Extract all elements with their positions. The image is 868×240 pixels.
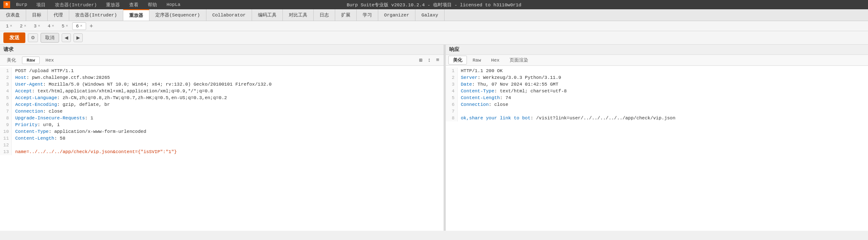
nav-tab-compare[interactable]: 对比工具: [283, 9, 314, 21]
code-line: 6Accept-Encoding: gzip, deflate, br: [0, 101, 444, 108]
response-tab-beautify[interactable]: 美化: [448, 56, 467, 65]
line-content: Connection: close: [12, 108, 66, 115]
subtabs-bar: 1 × 2 × 3 × 4 × 5 × 6 × +: [0, 21, 868, 31]
nav-tab-logger[interactable]: 日志: [314, 9, 335, 21]
line-content: Content-Type: application/x-www-form-url…: [12, 128, 149, 135]
nav-tab-organizer[interactable]: Organizer: [378, 9, 415, 21]
subtab-6[interactable]: 6 ×: [72, 22, 86, 30]
prev-button[interactable]: ◀: [62, 33, 71, 42]
code-line: 13name=../../../../app/check/vip.json&co…: [0, 148, 444, 155]
menu-help[interactable]: 帮助: [144, 1, 160, 9]
response-panel-header: 响应: [446, 45, 868, 55]
menu-view[interactable]: 查看: [126, 1, 142, 9]
nav-tab-proxy[interactable]: 代理: [48, 9, 69, 21]
response-title: 响应: [449, 46, 459, 53]
code-line: 6Connection: close: [446, 101, 868, 108]
line-number: 5: [0, 94, 12, 101]
close-tab-1-icon[interactable]: ×: [10, 24, 12, 28]
line-content: Accept: text/html,application/xhtml+xml,…: [12, 88, 217, 94]
line-number: 10: [0, 128, 12, 135]
line-number: 1: [446, 67, 458, 74]
nav-tab-learn[interactable]: 学习: [357, 9, 378, 21]
line-content: HTTP/1.1 200 OK: [458, 67, 506, 74]
nav-tabs-bar: 仪表盘 目标 代理 攻击器(Intruder) 重放器 定序器(Sequence…: [0, 9, 868, 21]
nav-tab-encoder[interactable]: 编码工具: [252, 9, 283, 21]
line-content: Date: Thu, 07 Nov 2024 01:42:55 GMT: [458, 81, 562, 88]
response-code-area[interactable]: 1HTTP/1.1 200 OK2Server: Werkzeug/3.0.3 …: [446, 66, 868, 231]
request-code-area[interactable]: 1POST /upload HTTP/1.12Host: pwn.challen…: [0, 66, 444, 231]
send-button[interactable]: 发送: [3, 32, 25, 43]
nav-tab-collaborator[interactable]: Collaborator: [206, 9, 252, 21]
request-tab-hex[interactable]: Hex: [41, 57, 58, 64]
line-content: Content-Type: text/html; charset=utf-8: [458, 88, 570, 94]
code-line: 4Accept: text/html,application/xhtml+xml…: [0, 88, 444, 94]
line-content: Content-Length: 58: [12, 135, 69, 142]
request-title: 请求: [3, 46, 14, 53]
request-tab-raw[interactable]: Raw: [22, 57, 40, 64]
response-tab-raw[interactable]: Raw: [469, 57, 486, 64]
response-tab-render[interactable]: 页面渲染: [505, 56, 532, 64]
line-content: Accept-Encoding: gzip, deflate, br: [12, 101, 113, 108]
subtab-1[interactable]: 1 ×: [3, 23, 16, 30]
menu-burp[interactable]: Burp: [13, 1, 30, 8]
menu-project[interactable]: 项目: [33, 1, 49, 9]
request-wrap-icon[interactable]: ≡: [434, 56, 441, 64]
line-number: 3: [446, 81, 458, 88]
line-content: Content-Length: 74: [458, 94, 515, 101]
menu-hopla[interactable]: HopLa: [163, 1, 184, 8]
request-pretty-icon[interactable]: ⊞: [418, 56, 424, 65]
line-content: Connection: close: [458, 101, 512, 108]
burp-logo: B: [3, 1, 10, 8]
subtab-5[interactable]: 5 ×: [58, 23, 71, 30]
line-number: 2: [446, 74, 458, 81]
line-number: 7: [446, 108, 458, 115]
titlebar-left: B Burp 项目 攻击器(Intruder) 重放器 查看 帮助 HopLa: [3, 1, 184, 9]
toolbar: 发送 ⚙ 取消 ◀ ▶: [0, 31, 868, 45]
code-line: 7: [446, 108, 868, 115]
close-tab-6-icon[interactable]: ×: [80, 24, 82, 28]
titlebar: B Burp 项目 攻击器(Intruder) 重放器 查看 帮助 HopLa …: [0, 0, 868, 9]
nav-tab-repeater[interactable]: 重放器: [123, 9, 149, 21]
code-line: 2Server: Werkzeug/3.0.3 Python/3.11.9: [446, 74, 868, 81]
line-content: Accept-Language: zh-CN,zh;q=0.8,zh-TW;q=…: [12, 94, 231, 101]
nav-tab-target[interactable]: 目标: [26, 9, 48, 21]
code-line: 10Content-Type: application/x-www-form-u…: [0, 128, 444, 135]
line-number: 13: [0, 148, 12, 155]
menu-intruder[interactable]: 攻击器(Intruder): [52, 1, 100, 9]
cancel-button[interactable]: 取消: [41, 33, 59, 43]
code-line: 2Host: pwn.challenge.ctf.show:28265: [0, 74, 444, 81]
line-number: 3: [0, 81, 12, 88]
next-button[interactable]: ▶: [73, 33, 83, 42]
close-tab-4-icon[interactable]: ×: [52, 24, 54, 28]
close-tab-3-icon[interactable]: ×: [38, 24, 40, 28]
line-number: 8: [0, 115, 12, 121]
nav-tab-extensions[interactable]: 扩展: [335, 9, 357, 21]
subtab-2[interactable]: 2 ×: [16, 23, 30, 30]
add-tab-button[interactable]: +: [87, 22, 95, 30]
request-ln-icon[interactable]: ↕: [426, 56, 433, 64]
close-tab-5-icon[interactable]: ×: [66, 24, 68, 28]
line-number: 8: [446, 115, 458, 121]
nav-tab-dashboard[interactable]: 仪表盘: [0, 9, 26, 21]
menu-repeater[interactable]: 重放器: [103, 1, 123, 9]
request-panel-header: 请求: [0, 45, 444, 55]
code-line: 9Priority: u=0, i: [0, 121, 444, 128]
nav-tab-galaxy[interactable]: Galaxy: [415, 9, 445, 21]
settings-button[interactable]: ⚙: [28, 33, 38, 42]
close-tab-2-icon[interactable]: ×: [24, 24, 26, 28]
nav-tab-sequencer[interactable]: 定序器(Sequencer): [149, 9, 206, 21]
line-content: Host: pwn.challenge.ctf.show:28265: [12, 74, 113, 81]
line-number: 6: [446, 101, 458, 108]
response-tab-hex[interactable]: Hex: [487, 57, 504, 64]
line-content: Server: Werkzeug/3.0.3 Python/3.11.9: [458, 74, 565, 81]
line-number: 9: [0, 121, 12, 128]
response-panel: 响应 美化 Raw Hex 页面渲染 1HTTP/1.1 200 OK2Serv…: [446, 45, 868, 231]
subtab-4[interactable]: 4 ×: [44, 23, 57, 30]
nav-tab-intruder[interactable]: 攻击器(Intruder): [69, 9, 123, 21]
code-line: 4Content-Type: text/html; charset=utf-8: [446, 88, 868, 94]
subtab-3[interactable]: 3 ×: [30, 23, 43, 30]
code-line: 5Content-Length: 74: [446, 94, 868, 101]
line-number: 6: [0, 101, 12, 108]
code-line: 3Date: Thu, 07 Nov 2024 01:42:55 GMT: [446, 81, 868, 88]
request-tab-beautify[interactable]: 美化: [3, 56, 20, 64]
